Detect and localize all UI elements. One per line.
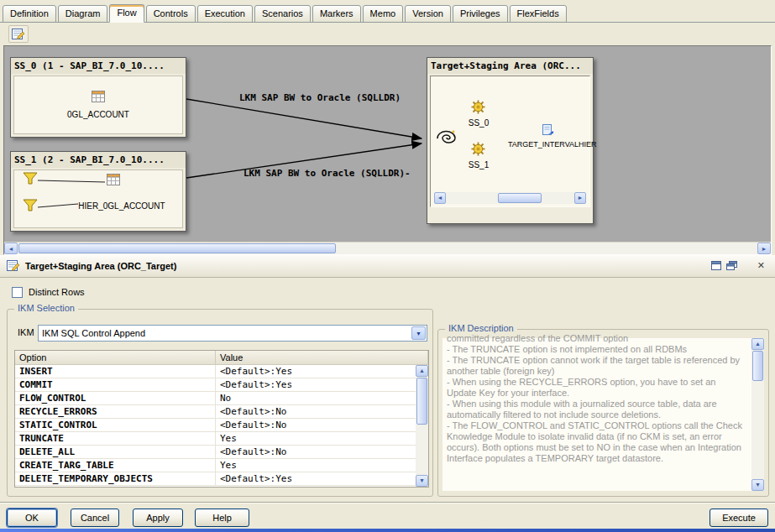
datastore-label: 0GL_ACCOUNT	[67, 110, 129, 119]
datastore-label: HIER_0GL_ACCOUNT	[63, 201, 181, 211]
tab-flow[interactable]: Flow	[109, 4, 144, 23]
option-row[interactable]: COMMIT<Default>:Yes	[15, 378, 416, 392]
filter-icon[interactable]	[23, 172, 38, 187]
diagram-hscrollbar[interactable]: ◄ ►	[4, 242, 771, 254]
option-value-cell: Yes	[216, 432, 416, 445]
option-row[interactable]: CREATE_TARG_TABLEYes	[15, 459, 416, 472]
tab-flexfields[interactable]: FlexFields	[510, 5, 567, 23]
ok-button[interactable]: OK	[7, 509, 57, 527]
datastore-0gl-account[interactable]: 0GL_ACCOUNT	[14, 76, 182, 133]
ikm-selection-group: IKM Selection IKM IKM SQL Control Append…	[7, 309, 433, 497]
source-box-ss1-body: HIER_0GL_ACCOUNT	[13, 170, 183, 228]
option-name-cell: RECYCLE_ERRORS	[15, 405, 216, 418]
option-name-cell: TRUNCATE	[15, 432, 216, 445]
ikm-combobox[interactable]: IKM SQL Control Append ▼	[38, 325, 427, 342]
tab-controls[interactable]: Controls	[146, 5, 196, 23]
lkm-label-bottom[interactable]: LKM SAP BW to Oracle (SQLLDR)-	[243, 168, 411, 179]
option-value-cell: <Default>:Yes	[216, 365, 416, 378]
distinct-rows-checkbox[interactable]	[12, 287, 23, 298]
filter-icon[interactable]	[23, 199, 38, 214]
panel-title: Target+Staging Area (ORC_Target)	[25, 261, 176, 271]
scroll-left-button[interactable]: ◄	[4, 243, 18, 254]
float-panel-button[interactable]	[726, 261, 737, 272]
scroll-right-button[interactable]: ►	[757, 243, 771, 254]
target-box-body: SS_0 SS_1 TARGET_INTERVALHIER ◄ ►	[430, 76, 590, 207]
source-box-ss0[interactable]: SS_0 (1 - SAP_BI_7.0_10.... 0GL_ACCOUNT	[10, 57, 186, 138]
option-row[interactable]: RECYCLE_ERRORS<Default>:No	[15, 405, 416, 419]
option-row[interactable]: DELETE_TEMPORARY_OBJECTS<Default>:Yes	[15, 472, 416, 486]
scroll-up-button[interactable]: ▲	[751, 338, 764, 350]
tab-markers[interactable]: Markers	[312, 5, 361, 23]
options-table: Option Value INSERT<Default>:YesCOMMIT<D…	[14, 350, 429, 488]
flow-spiral-icon[interactable]	[434, 127, 459, 150]
option-name-cell: COMMIT	[15, 378, 216, 391]
ikm-description-group: IKM Description committed regardless of …	[437, 329, 769, 497]
target-datastore-icon[interactable]	[542, 123, 555, 138]
lkm-label-top[interactable]: LKM SAP BW to Oracle (SQLLDR)	[239, 92, 401, 103]
ikm-field-label: IKM	[18, 327, 34, 337]
scrollbar-thumb[interactable]	[416, 378, 427, 425]
options-table-vscrollbar[interactable]: ▲ ▼	[416, 365, 428, 487]
option-row[interactable]: TRUNCATEYes	[15, 432, 416, 446]
tab-version[interactable]: Version	[405, 5, 451, 23]
column-header-value[interactable]: Value	[216, 351, 428, 365]
description-line: - When using the RECYCLE_ERRORS option, …	[447, 377, 746, 399]
tab-scenarios[interactable]: Scenarios	[254, 5, 311, 23]
flow-toolbar	[0, 23, 775, 45]
options-table-body: INSERT<Default>:YesCOMMIT<Default>:YesFL…	[15, 365, 416, 487]
scroll-right-button[interactable]: ►	[574, 192, 586, 204]
tab-privileges[interactable]: Privileges	[453, 5, 508, 23]
scroll-left-button[interactable]: ◄	[434, 192, 446, 204]
source-box-ss1[interactable]: SS_1 (2 - SAP_BI_7.0_10.... HIER_0GL_ACC…	[10, 151, 186, 232]
source-set-ss1-label: SS_1	[466, 160, 491, 170]
option-value-cell: <Default>:No	[216, 446, 416, 458]
scroll-down-button[interactable]: ▼	[416, 475, 428, 487]
description-line: - The FLOW_CONTROL and STATIC_CONTROL op…	[447, 420, 746, 464]
option-value-cell: Yes	[216, 459, 416, 472]
scrollbar-thumb[interactable]	[498, 193, 542, 203]
description-line: - The TRUNCATE option cannot work if the…	[447, 355, 746, 377]
option-row[interactable]: DELETE_ALL<Default>:No	[15, 446, 416, 459]
tab-memo[interactable]: Memo	[363, 5, 404, 23]
tab-diagram[interactable]: Diagram	[58, 5, 108, 23]
restore-panel-button[interactable]	[711, 261, 721, 272]
source-set-ss1[interactable]	[471, 142, 485, 158]
target-box-hscrollbar[interactable]: ◄ ►	[434, 192, 586, 204]
scrollbar-thumb[interactable]	[752, 351, 763, 381]
option-value-cell: No	[216, 392, 416, 404]
datastore-icon[interactable]	[107, 174, 120, 187]
option-row[interactable]: INSERT<Default>:Yes	[15, 365, 416, 378]
execute-button[interactable]: Execute	[710, 509, 768, 527]
source-set-ss0[interactable]	[471, 100, 485, 116]
option-row[interactable]: FLOW_CONTROLNo	[15, 392, 416, 405]
scrollbar-thumb[interactable]	[18, 243, 336, 253]
description-line: - The TRUNCATE option is not implemented…	[447, 344, 746, 355]
properties-tool-button[interactable]	[8, 25, 29, 43]
column-header-option[interactable]: Option	[15, 351, 216, 365]
tab-definition[interactable]: Definition	[3, 5, 56, 23]
scroll-up-button[interactable]: ▲	[416, 365, 428, 377]
panel-header: Target+Staging Area (ORC_Target) ✕	[0, 255, 775, 278]
help-button[interactable]: Help	[195, 509, 249, 527]
tab-execution[interactable]: Execution	[197, 5, 253, 23]
distinct-rows-label: Distinct Rows	[29, 287, 85, 297]
ikm-description-legend: IKM Description	[445, 323, 517, 333]
option-value-cell: <Default>:Yes	[216, 472, 416, 485]
button-bar-separator	[0, 502, 775, 503]
option-value-cell: <Default>:No	[216, 405, 416, 418]
apply-button[interactable]: Apply	[133, 509, 183, 527]
ikm-description-area: committed regardless of the COMMIT optio…	[442, 338, 764, 491]
target-staging-box[interactable]: Target+Staging Area (ORC... SS_0 SS_1 TA…	[427, 57, 594, 224]
close-panel-button[interactable]: ✕	[757, 260, 765, 271]
diagram-canvas[interactable]: SS_0 (1 - SAP_BI_7.0_10.... 0GL_ACCOUNT …	[4, 46, 771, 242]
combo-dropdown-arrow-icon[interactable]: ▼	[411, 326, 426, 340]
option-name-cell: CREATE_TARG_TABLE	[15, 459, 216, 472]
datastore-icon	[92, 91, 105, 104]
description-line: committed regardless of the COMMIT optio…	[447, 333, 746, 344]
option-row[interactable]: STATIC_CONTROL<Default>:No	[15, 419, 416, 432]
description-vscrollbar[interactable]: ▲ ▼	[751, 338, 764, 491]
option-name-cell: INSERT	[15, 365, 216, 378]
scroll-down-button[interactable]: ▼	[751, 479, 764, 491]
cancel-button[interactable]: Cancel	[71, 509, 119, 527]
window-bottom-edge	[0, 529, 775, 532]
